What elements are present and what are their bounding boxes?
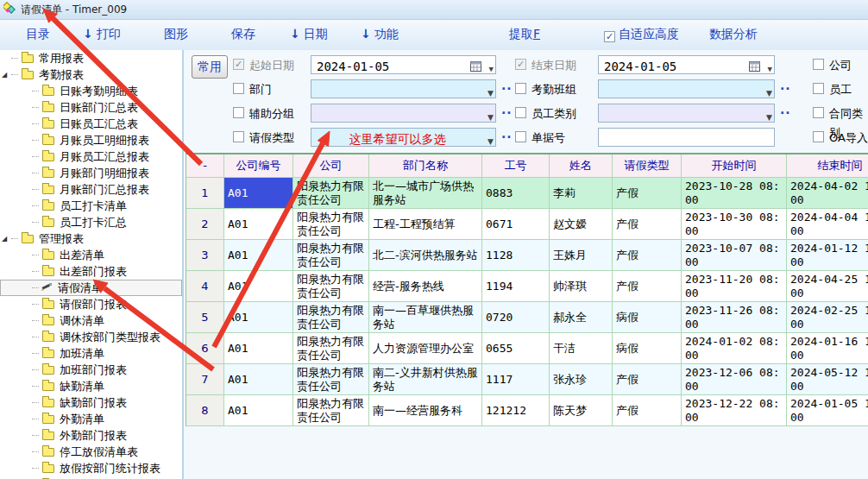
menu-extract[interactable]: 提取F — [509, 27, 540, 42]
cell-department[interactable]: 南一—百草堰供热服务站 — [369, 302, 482, 333]
cell-department[interactable]: 北一—城市广场供热服务站 — [369, 178, 482, 209]
cell-company_code[interactable]: A01 — [224, 209, 293, 240]
cell-company_code[interactable]: A01 — [224, 240, 293, 271]
chevron-down-icon[interactable]: ▼ — [768, 60, 772, 79]
department-more-button[interactable]: ·· — [501, 79, 513, 98]
column-header[interactable]: 公司编号 — [224, 154, 293, 178]
cell-end[interactable]: 2024-01-16 18:00 — [787, 333, 868, 364]
cell-end[interactable]: 2024-01-05 18:00 — [787, 395, 868, 426]
cell-leave_type[interactable]: 产假 — [613, 240, 682, 271]
menu-graph[interactable]: 图形 — [164, 27, 188, 42]
cell-company_code[interactable]: A01 — [224, 395, 293, 426]
cell-start[interactable]: 2024-01-02 08:00 — [682, 333, 787, 364]
cell-no[interactable]: 5 — [186, 302, 224, 333]
tree-item[interactable]: ◢管理报表 — [0, 230, 182, 247]
table-row[interactable]: 1A01阳泉热力有限责任公司北一—城市广场供热服务站0883李莉产假2023-1… — [186, 178, 868, 209]
employee-type-dropdown[interactable]: ▼ — [598, 104, 775, 123]
cell-company_code[interactable]: A01 — [224, 302, 293, 333]
tree-item[interactable]: 常用报表 — [0, 50, 182, 66]
tree-item[interactable]: 加班清单 — [0, 345, 182, 362]
cell-company_code[interactable]: A01 — [224, 333, 293, 364]
cell-emp_no[interactable]: 1117 — [482, 364, 550, 395]
company-checkbox[interactable] — [813, 59, 824, 70]
cell-start[interactable]: 2023-12-22 08:00 — [682, 395, 787, 426]
table-row[interactable]: 4A01阳泉热力有限责任公司经营-服务热线1194帅泽琪产假2023-11-20… — [186, 271, 868, 302]
cell-leave_type[interactable]: 产假 — [613, 271, 682, 302]
chevron-down-icon[interactable]: ▼ — [487, 132, 494, 151]
doc-no-input[interactable] — [598, 128, 775, 147]
cell-end[interactable]: 2024-02-25 18:00 — [787, 302, 868, 333]
start-date-input[interactable]: 2024-01-05 ▼ — [311, 55, 496, 74]
calendar-icon[interactable] — [470, 58, 481, 77]
tree-item[interactable]: 月账员工明细报表 — [0, 132, 182, 148]
tree-item[interactable]: 停工放假清单表 — [0, 444, 182, 460]
employee-checkbox[interactable] — [813, 83, 824, 94]
cell-company[interactable]: 阳泉热力有限责任公司 — [293, 364, 369, 395]
cell-leave_type[interactable]: 病假 — [613, 302, 682, 333]
cell-department[interactable]: 经营-服务热线 — [369, 271, 482, 302]
calendar-icon[interactable] — [749, 58, 760, 77]
tree-item[interactable]: 日账员工汇总表 — [0, 116, 182, 132]
cell-emp_no[interactable]: 121212 — [482, 395, 550, 426]
tree-item[interactable]: ◢考勤报表 — [0, 66, 182, 83]
tree-item[interactable]: 放假按部门统计报表 — [0, 460, 182, 476]
department-checkbox[interactable] — [233, 83, 244, 94]
cell-department[interactable]: 北二-滨河供热服务站 — [369, 240, 482, 271]
cell-emp_no[interactable]: 1128 — [482, 240, 550, 271]
cell-company[interactable]: 阳泉热力有限责任公司 — [293, 333, 369, 364]
cell-department[interactable]: 南二-义井新村供热服务站 — [369, 364, 482, 395]
cell-leave_type[interactable]: 产假 — [613, 364, 682, 395]
tree-expand-icon[interactable]: ◢ — [2, 71, 10, 79]
column-header[interactable]: 姓名 — [550, 154, 613, 178]
leave-type-dropdown[interactable]: 这里希望可以多选 ▼ — [311, 128, 496, 147]
cell-leave_type[interactable]: 产假 — [613, 178, 682, 209]
cell-start[interactable]: 2023-11-26 08:00 — [682, 302, 787, 333]
oa-import-checkbox[interactable] — [813, 131, 824, 142]
chevron-down-icon[interactable]: ▼ — [487, 84, 494, 103]
column-header[interactable]: - — [186, 154, 224, 178]
cell-emp_no[interactable]: 0671 — [482, 209, 550, 240]
table-row[interactable]: 7A01阳泉热力有限责任公司南二-义井新村供热服务站1117张永珍产假2023-… — [186, 364, 868, 395]
cell-start[interactable]: 2023-12-06 08:00 — [682, 364, 787, 395]
cell-company[interactable]: 阳泉热力有限责任公司 — [293, 271, 369, 302]
contract-type-checkbox[interactable] — [813, 107, 824, 118]
cell-no[interactable]: 1 — [186, 178, 224, 209]
cell-no[interactable]: 2 — [186, 209, 224, 240]
tree-item[interactable]: 缺勤部门报表 — [0, 394, 182, 411]
cell-name[interactable]: 郝永全 — [550, 302, 613, 333]
cell-no[interactable]: 8 — [186, 395, 224, 426]
menu-function[interactable]: ↓功能 — [361, 27, 399, 42]
cell-end[interactable]: 2024-04-25 18:00 — [787, 271, 868, 302]
attendance-group-dropdown[interactable]: ▼ — [598, 79, 775, 98]
cell-company[interactable]: 阳泉热力有限责任公司 — [293, 178, 369, 209]
cell-end[interactable]: 2024-04-04 18:00 — [787, 209, 868, 240]
cell-no[interactable]: 7 — [186, 364, 224, 395]
column-header[interactable]: 公司 — [293, 154, 369, 178]
menu-directory[interactable]: 目录 — [26, 27, 50, 42]
aux-group-checkbox[interactable] — [233, 107, 244, 118]
tree-item[interactable]: 出差清单 — [0, 247, 182, 263]
tree-item[interactable]: 日账部门汇总表 — [0, 99, 182, 116]
column-header[interactable]: 开始时间 — [682, 154, 787, 178]
cell-name[interactable]: 赵文嫒 — [550, 209, 613, 240]
end-date-checkbox[interactable]: ✓ — [515, 59, 526, 70]
menu-print[interactable]: ↓打印 — [83, 27, 121, 42]
cell-leave_type[interactable]: 病假 — [613, 333, 682, 364]
menu-date[interactable]: ↓日期 — [290, 27, 328, 42]
cell-company[interactable]: 阳泉热力有限责任公司 — [293, 240, 369, 271]
cell-company[interactable]: 阳泉热力有限责任公司 — [293, 302, 369, 333]
leave-type-checkbox[interactable] — [233, 131, 244, 142]
aux-group-dropdown[interactable]: ▼ — [311, 104, 496, 123]
cell-no[interactable]: 4 — [186, 271, 224, 302]
cell-company[interactable]: 阳泉热力有限责任公司 — [293, 209, 369, 240]
chevron-down-icon[interactable]: ▼ — [766, 84, 772, 103]
tree-item-leave-list-selected[interactable]: 请假清单 — [0, 280, 182, 296]
attendance-group-more-button[interactable]: ·· — [780, 79, 791, 98]
table-row[interactable]: 6A01阳泉热力有限责任公司人力资源管理办公室0655干洁病假2024-01-0… — [186, 333, 868, 364]
cell-start[interactable]: 2023-10-30 08:00 — [682, 209, 787, 240]
selected-cell[interactable]: A01 — [224, 178, 293, 209]
cell-end[interactable]: 2024-05-12 18:00 — [787, 364, 868, 395]
employee-type-more-button[interactable]: ·· — [780, 104, 791, 123]
cell-emp_no[interactable]: 0720 — [482, 302, 550, 333]
cell-company[interactable]: 阳泉热力有限责任公司 — [293, 395, 369, 426]
